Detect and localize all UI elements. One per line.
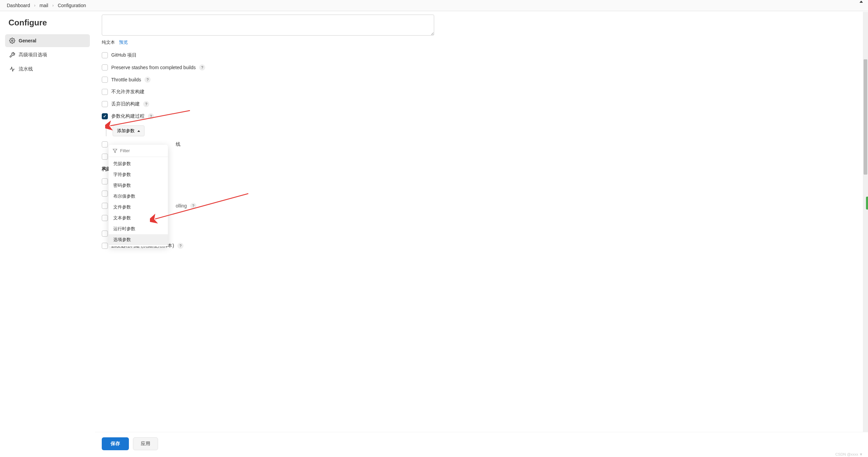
- side-indicator: [866, 197, 868, 210]
- breadcrumb-mail[interactable]: mail: [40, 3, 49, 8]
- dropdown-list: 凭据参数 字符参数 密码参数 布尔值参数 文件参数 文本参数 运行时参数 选项参…: [109, 157, 168, 246]
- dropdown-item-boolean[interactable]: 布尔值参数: [109, 191, 168, 202]
- checkbox-obscured-2[interactable]: [102, 154, 108, 160]
- scrollbar-thumb[interactable]: [864, 59, 867, 175]
- checkbox-discard-old[interactable]: [102, 101, 108, 107]
- option-label: 不允许并发构建: [111, 89, 144, 95]
- filter-label: Filter: [120, 148, 130, 153]
- checkbox-remote-trigger[interactable]: [102, 243, 108, 249]
- checkbox-obscured-4[interactable]: [102, 191, 108, 197]
- sidebar-item-label: 流水线: [19, 66, 33, 72]
- help-icon[interactable]: ?: [199, 64, 205, 71]
- sidebar-item-pipeline[interactable]: 流水线: [5, 63, 90, 76]
- option-label: Preserve stashes from completed builds: [111, 65, 196, 70]
- breadcrumb-dashboard[interactable]: Dashboard: [7, 3, 30, 8]
- breadcrumb-separator: ›: [34, 3, 36, 8]
- add-parameter-dropdown: Filter 凭据参数 字符参数 密码参数 布尔值参数 文件参数 文本参数 运行…: [109, 145, 168, 246]
- option-label: Throttle builds: [111, 77, 141, 82]
- breadcrumb: Dashboard › mail › Configuration: [0, 0, 868, 11]
- checkbox-obscured-1[interactable]: [102, 141, 108, 147]
- checkbox-poll-scm[interactable]: [102, 215, 108, 221]
- checkbox-polling[interactable]: [102, 203, 108, 209]
- dropdown-item-string[interactable]: 字符参数: [109, 169, 168, 180]
- parameterized-nested: 添加参数: [106, 125, 495, 136]
- sidebar-item-advanced[interactable]: 高级项目选项: [5, 48, 90, 61]
- sidebar: Configure General 高级项目选项: [0, 11, 95, 282]
- help-icon[interactable]: ?: [148, 113, 154, 119]
- plain-text-label: 纯文本: [102, 40, 115, 45]
- option-preserve-stashes: Preserve stashes from completed builds ?: [102, 64, 495, 71]
- option-label: 丢弃旧的构建: [111, 101, 140, 107]
- help-icon[interactable]: ?: [190, 203, 196, 209]
- option-throttle-builds: Throttle builds ?: [102, 77, 495, 83]
- text-mode-row: 纯文本 预览: [102, 39, 495, 45]
- checkbox-throttle[interactable]: [102, 77, 108, 83]
- breadcrumb-configuration[interactable]: Configuration: [58, 3, 86, 8]
- sidebar-item-label: General: [19, 38, 36, 43]
- svg-marker-1: [113, 149, 117, 153]
- checkbox-no-concurrent[interactable]: [102, 89, 108, 95]
- scroll-top-arrow-icon[interactable]: [860, 1, 863, 3]
- option-parameterized: 参数化构建过程 ?: [102, 113, 495, 119]
- page-title: Configure: [8, 18, 90, 27]
- svg-point-0: [12, 40, 13, 42]
- pipeline-icon: [9, 66, 15, 72]
- help-icon[interactable]: ?: [177, 243, 184, 249]
- checkbox-preserve-stashes[interactable]: [102, 64, 108, 71]
- checkbox-quiet-period[interactable]: [102, 231, 108, 237]
- add-param-label: 添加参数: [117, 128, 135, 134]
- chevron-up-icon: [137, 130, 140, 132]
- add-parameter-button[interactable]: 添加参数: [113, 125, 144, 136]
- option-no-concurrent: 不允许并发构建: [102, 89, 495, 95]
- dropdown-item-password[interactable]: 密码参数: [109, 180, 168, 191]
- option-label-partial: olling: [176, 203, 187, 208]
- sidebar-item-general[interactable]: General: [5, 34, 90, 47]
- option-label-suffix: 线: [176, 141, 180, 147]
- dropdown-item-credentials[interactable]: 凭据参数: [109, 158, 168, 169]
- checkbox-obscured-3[interactable]: [102, 178, 108, 184]
- breadcrumb-separator: ›: [52, 3, 54, 8]
- help-icon[interactable]: ?: [143, 101, 149, 107]
- dropdown-item-run[interactable]: 运行时参数: [109, 223, 168, 234]
- filter-icon: [113, 148, 117, 153]
- option-label: GitHub 项目: [111, 52, 137, 58]
- dropdown-filter-row[interactable]: Filter: [109, 145, 168, 157]
- option-label: 参数化构建过程: [111, 113, 144, 119]
- dropdown-item-choice[interactable]: 选项参数: [109, 234, 168, 245]
- dropdown-item-text[interactable]: 文本参数: [109, 213, 168, 223]
- checkbox-parameterized[interactable]: [102, 113, 108, 119]
- checkbox-github[interactable]: [102, 52, 108, 58]
- dropdown-item-file[interactable]: 文件参数: [109, 202, 168, 213]
- scrollbar-track[interactable]: [863, 12, 868, 282]
- sidebar-item-label: 高级项目选项: [19, 52, 47, 58]
- preview-link[interactable]: 预览: [119, 40, 128, 45]
- description-textarea[interactable]: [102, 15, 434, 36]
- wrench-icon: [9, 52, 15, 58]
- help-icon[interactable]: ?: [144, 77, 151, 83]
- option-github-project: GitHub 项目: [102, 52, 495, 58]
- option-discard-old: 丢弃旧的构建 ?: [102, 101, 495, 107]
- gear-icon: [9, 38, 15, 44]
